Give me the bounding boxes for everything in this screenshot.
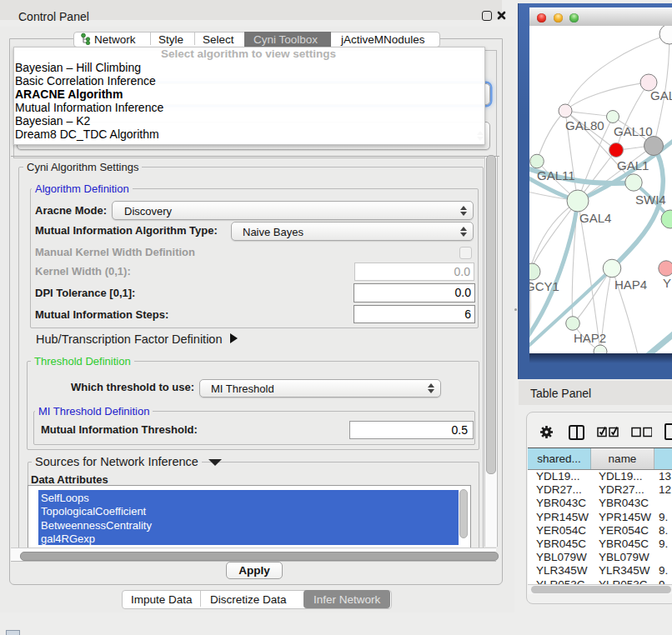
svg-text:GAL1: GAL1: [617, 158, 649, 172]
svg-text:Y: Y: [663, 276, 671, 290]
svg-text:GAL10: GAL10: [614, 124, 653, 138]
svg-text:GAL4: GAL4: [579, 211, 611, 225]
svg-text:HAP4: HAP4: [614, 278, 647, 292]
svg-text:GAL: GAL: [650, 88, 672, 102]
svg-text:SWI4: SWI4: [635, 192, 666, 207]
svg-text:GAL11: GAL11: [537, 168, 575, 182]
svg-text:HAP2: HAP2: [574, 331, 606, 345]
svg-text:GCY1: GCY1: [529, 279, 559, 293]
svg-text:GAL80: GAL80: [565, 118, 604, 132]
